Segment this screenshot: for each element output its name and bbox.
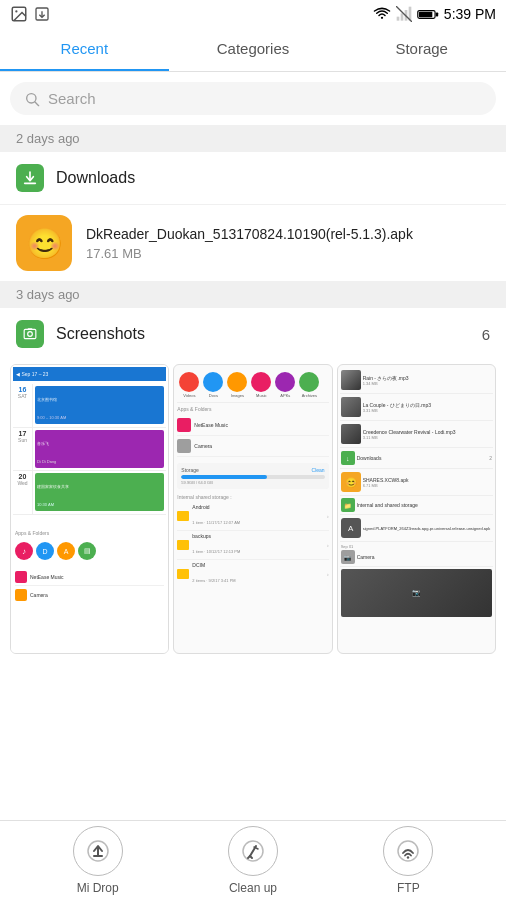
svg-line-13 xyxy=(35,102,39,106)
screenshot-1[interactable]: ◀ Sep 17 – 23 16 SAT 北京图书馆 9:00 – 10:30 … xyxy=(10,364,169,654)
ftp-button[interactable]: FTP xyxy=(383,826,433,895)
screenshot-2[interactable]: Videos Docs Images Music xyxy=(173,364,332,654)
search-placeholder: Search xyxy=(48,90,96,107)
upload-icon xyxy=(86,839,110,863)
tab-categories[interactable]: Categories xyxy=(169,28,338,71)
divider-3days: 3 days ago xyxy=(0,281,506,308)
svg-point-17 xyxy=(28,332,33,337)
search-container: Search xyxy=(0,72,506,125)
status-bar: 5:39 PM xyxy=(0,0,506,28)
search-bar[interactable]: Search xyxy=(10,82,496,115)
divider-2days: 2 days ago xyxy=(0,125,506,152)
clean-up-button[interactable]: Clean up xyxy=(228,826,278,895)
main-scroll-area: 2 days ago Downloads 😊 DkReader_Duokan_5… xyxy=(0,125,506,815)
image-icon xyxy=(10,5,28,23)
status-left-icons xyxy=(10,5,50,23)
screenshots-grid: ◀ Sep 17 – 23 16 SAT 北京图书馆 9:00 – 10:30 … xyxy=(0,360,506,658)
status-time: 5:39 PM xyxy=(444,6,496,22)
apk-size: 17.61 MB xyxy=(86,246,490,261)
screenshots-count: 6 xyxy=(482,326,490,343)
ftp-wifi-icon xyxy=(396,839,420,863)
svg-point-1 xyxy=(15,10,17,12)
ftp-icon-circle xyxy=(383,826,433,876)
svg-rect-11 xyxy=(436,12,438,16)
battery-icon xyxy=(417,8,439,21)
broom-icon xyxy=(241,839,265,863)
screenshots-folder-icon xyxy=(16,320,44,348)
smiley-icon: 😊 xyxy=(26,226,63,261)
mi-drop-label: Mi Drop xyxy=(77,881,119,895)
clean-up-icon-circle xyxy=(228,826,278,876)
svg-rect-4 xyxy=(397,17,400,21)
apk-name: DkReader_Duokan_513170824.10190(rel-5.1.… xyxy=(86,226,490,242)
mi-drop-icon-circle xyxy=(73,826,123,876)
downloads-section-header[interactable]: Downloads xyxy=(0,152,506,204)
screenshots-section-header[interactable]: Screenshots 6 xyxy=(0,308,506,360)
svg-rect-18 xyxy=(28,328,33,330)
status-right-icons: 5:39 PM xyxy=(373,6,496,22)
bottom-bar: Mi Drop Clean up FTP xyxy=(0,820,506,900)
clean-up-label: Clean up xyxy=(229,881,277,895)
download-status-icon xyxy=(34,5,50,23)
search-icon xyxy=(24,91,40,107)
signal-icon xyxy=(396,6,412,22)
screenshots-label: Screenshots xyxy=(56,325,145,343)
apk-info: DkReader_Duokan_513170824.10190(rel-5.1.… xyxy=(86,226,490,261)
svg-rect-16 xyxy=(24,329,36,338)
top-nav: Recent Categories Storage xyxy=(0,28,506,72)
downloads-folder-icon xyxy=(16,164,44,192)
svg-rect-10 xyxy=(419,11,432,17)
svg-line-25 xyxy=(250,856,252,858)
apk-file-item[interactable]: 😊 DkReader_Duokan_513170824.10190(rel-5.… xyxy=(0,204,506,281)
mi-drop-button[interactable]: Mi Drop xyxy=(73,826,123,895)
screenshot-3[interactable]: Rain - さらの夜.mp3 1.34 MB La Couple - ひどまり… xyxy=(337,364,496,654)
tab-recent[interactable]: Recent xyxy=(0,28,169,71)
downloads-label: Downloads xyxy=(56,169,135,187)
wifi-icon xyxy=(373,7,391,21)
screenshots-header-left: Screenshots xyxy=(16,320,145,348)
svg-rect-5 xyxy=(401,13,404,20)
apk-app-icon: 😊 xyxy=(16,215,72,271)
tab-storage[interactable]: Storage xyxy=(337,28,506,71)
ftp-label: FTP xyxy=(397,881,420,895)
svg-point-28 xyxy=(407,856,409,858)
